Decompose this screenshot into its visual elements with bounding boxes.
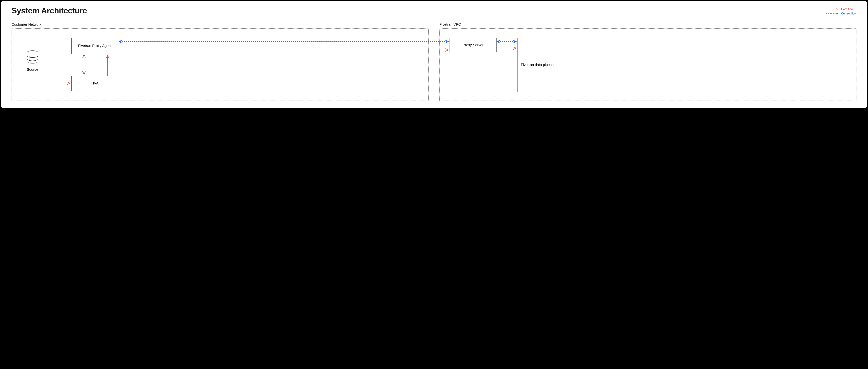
zone-customer-title: Customer Network bbox=[11, 22, 429, 27]
zones-row: Customer Network Source Fivetran Proxy A… bbox=[11, 22, 857, 101]
zone-customer-wrap: Customer Network Source Fivetran Proxy A… bbox=[11, 22, 429, 101]
legend-data-flow-line bbox=[827, 8, 839, 10]
legend-control-flow-line bbox=[827, 13, 839, 15]
zone-vpc-title: Fivetran VPC bbox=[439, 22, 857, 27]
legend-data-flow-label: Data flow bbox=[841, 8, 854, 11]
zone-vpc: Proxy Server Fivetran data pipeline bbox=[439, 28, 857, 101]
node-hva: HVA bbox=[71, 76, 118, 91]
node-proxy-server: Proxy Server bbox=[450, 38, 497, 52]
svg-point-3 bbox=[29, 56, 29, 57]
legend-data-flow: Data flow bbox=[827, 8, 857, 11]
legend-control-flow-label: Control flow bbox=[841, 12, 857, 15]
node-pipeline: Fivetran data pipeline bbox=[517, 38, 559, 92]
legend: Data flow Control flow bbox=[827, 8, 857, 15]
zone-customer: Source Fivetran Proxy Agent HVA bbox=[11, 28, 429, 101]
node-proxy-agent-label: Fivetran Proxy Agent bbox=[78, 44, 112, 48]
node-proxy-server-label: Proxy Server bbox=[463, 43, 484, 47]
node-source-label: Source bbox=[24, 67, 41, 72]
svg-point-4 bbox=[29, 59, 29, 60]
node-proxy-agent: Fivetran Proxy Agent bbox=[71, 38, 118, 54]
legend-control-flow: Control flow bbox=[827, 12, 857, 15]
svg-point-5 bbox=[29, 63, 29, 63]
node-hva-label: HVA bbox=[91, 81, 98, 85]
diagram-title: System Architecture bbox=[11, 6, 87, 15]
zone-vpc-wrap: Fivetran VPC Proxy Server Fivetran data … bbox=[439, 22, 857, 101]
database-icon bbox=[26, 50, 39, 66]
node-pipeline-label: Fivetran data pipeline bbox=[521, 63, 555, 67]
diagram-card: System Architecture Data flow bbox=[1, 1, 867, 108]
edge-source-to-hva bbox=[33, 72, 70, 83]
